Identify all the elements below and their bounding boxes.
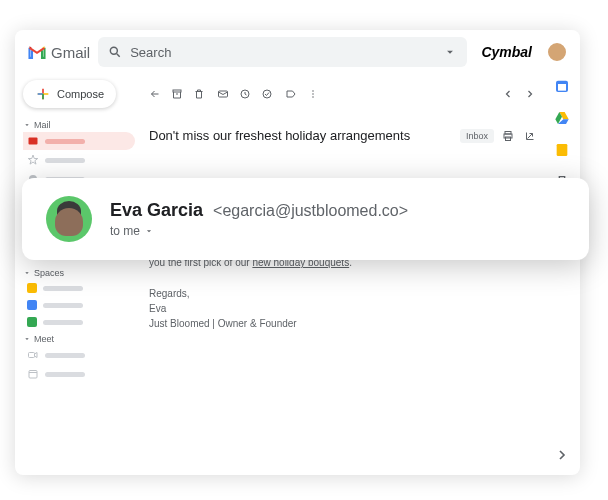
account-avatar[interactable] (546, 41, 568, 63)
sidebar-space-item[interactable] (23, 314, 135, 330)
sender-avatar[interactable] (46, 196, 92, 242)
print-icon[interactable] (502, 130, 514, 142)
caret-down-icon (23, 335, 31, 343)
svg-point-14 (312, 93, 314, 95)
delete-icon[interactable] (193, 88, 205, 100)
section-spaces[interactable]: Spaces (23, 268, 135, 278)
svg-rect-21 (557, 144, 568, 156)
sidebar-meet-item[interactable] (23, 346, 135, 364)
caret-down-icon (144, 226, 154, 236)
sig-regards: Regards, (149, 288, 190, 299)
brand-label: Cymbal (481, 44, 532, 60)
search-bar[interactable]: Search (98, 37, 467, 67)
sender-email: <egarcia@justbloomed.co> (213, 202, 408, 220)
caret-down-icon (23, 121, 31, 129)
label-icon[interactable] (285, 88, 297, 100)
drive-icon[interactable] (554, 110, 570, 126)
subject-row: Don't miss our freshest holiday arrangem… (149, 128, 536, 143)
toolbar (149, 80, 536, 108)
sig-title: Just Bloomed | Owner & Founder (149, 318, 297, 329)
svg-point-15 (312, 96, 314, 98)
calendar-icon[interactable] (554, 78, 570, 94)
gmail-logo[interactable]: Gmail (27, 42, 90, 62)
plus-icon (35, 86, 51, 102)
sidebar-space-item[interactable] (23, 280, 135, 296)
email-subject: Don't miss our freshest holiday arrangem… (149, 128, 452, 143)
section-meet[interactable]: Meet (23, 334, 135, 344)
sender-card: Eva Garcia <egarcia@justbloomed.co> to m… (22, 178, 589, 260)
keep-icon[interactable] (554, 142, 570, 158)
clock-icon[interactable] (239, 88, 251, 100)
svg-rect-9 (173, 90, 181, 92)
sig-name: Eva (149, 303, 166, 314)
sidebar-item-inbox[interactable] (23, 132, 135, 150)
sender-name: Eva Garcia (110, 200, 203, 221)
svg-rect-7 (29, 353, 35, 358)
star-icon (27, 154, 39, 166)
back-icon[interactable] (149, 88, 161, 100)
more-icon[interactable] (307, 88, 319, 100)
inbox-label[interactable]: Inbox (460, 129, 494, 143)
prev-icon[interactable] (502, 88, 514, 100)
compose-button[interactable]: Compose (23, 80, 116, 108)
sidebar-item-starred[interactable] (23, 151, 135, 169)
search-placeholder: Search (130, 45, 171, 60)
svg-rect-1 (29, 138, 38, 145)
svg-point-0 (111, 47, 118, 54)
right-panel (544, 74, 580, 475)
svg-rect-20 (558, 84, 566, 91)
mail-icon[interactable] (217, 88, 229, 100)
compose-label: Compose (57, 88, 104, 100)
sidebar-meet-item[interactable] (23, 365, 135, 383)
next-icon[interactable] (524, 88, 536, 100)
email-main: Don't miss our freshest holiday arrangem… (135, 74, 544, 475)
calendar-icon (27, 368, 39, 380)
gmail-icon (27, 42, 47, 62)
archive-icon[interactable] (171, 88, 183, 100)
sidebar-space-item[interactable] (23, 297, 135, 313)
caret-down-icon[interactable] (443, 45, 457, 59)
sidebar: Compose Mail (15, 74, 135, 475)
product-name: Gmail (51, 44, 90, 61)
svg-point-12 (263, 90, 271, 98)
header: Gmail Search Cymbal (15, 30, 580, 74)
svg-rect-8 (29, 371, 37, 379)
inbox-icon (27, 135, 39, 147)
check-icon[interactable] (261, 88, 273, 100)
caret-down-icon (23, 269, 31, 277)
section-mail[interactable]: Mail (23, 120, 135, 130)
search-icon (108, 45, 122, 59)
svg-point-13 (312, 90, 314, 92)
recipient-row[interactable]: to me (110, 224, 408, 238)
popout-icon[interactable] (524, 130, 536, 142)
chevron-right-icon[interactable] (554, 447, 570, 463)
video-icon (27, 349, 39, 361)
